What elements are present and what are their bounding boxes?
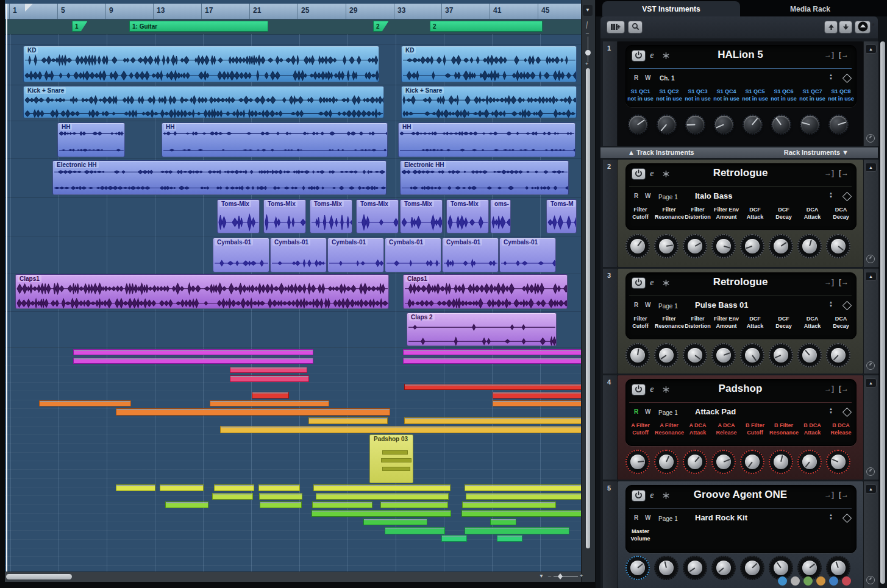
midi-part-bar[interactable] bbox=[465, 527, 569, 534]
arranger-marker-flag[interactable]: 1 bbox=[72, 21, 88, 32]
read-automation-button[interactable]: R bbox=[634, 514, 638, 521]
rack-knob[interactable] bbox=[625, 234, 650, 258]
rack-knob[interactable] bbox=[800, 115, 820, 135]
preset-name[interactable]: Attack Pad bbox=[695, 407, 736, 416]
preset-spinner[interactable]: ▲▼ bbox=[829, 191, 833, 199]
rack-knob[interactable] bbox=[683, 450, 707, 474]
audio-clip-hh[interactable]: HH bbox=[162, 122, 388, 157]
midi-part-bar[interactable] bbox=[230, 375, 309, 382]
rack-knob[interactable] bbox=[711, 556, 736, 580]
find-instruments-button[interactable] bbox=[628, 21, 643, 34]
vertical-zoom-in-icon[interactable]: + bbox=[585, 61, 588, 67]
project-cursor[interactable] bbox=[6, 4, 7, 581]
midi-part-bar[interactable] bbox=[312, 510, 451, 517]
arranger-part[interactable]: 1: Guitar bbox=[129, 21, 268, 32]
audio-clip-cym[interactable]: Cymbals-01 bbox=[327, 238, 384, 272]
midi-part-bar[interactable] bbox=[404, 417, 581, 424]
rack-knob[interactable] bbox=[683, 556, 707, 580]
midi-part-bar[interactable] bbox=[380, 501, 448, 508]
audio-clip-kick[interactable]: Kick + Snare bbox=[401, 86, 577, 118]
preset-spinner[interactable]: ▲▼ bbox=[829, 513, 833, 520]
rack-knob[interactable] bbox=[740, 343, 764, 367]
audio-clip-toms[interactable]: oms- bbox=[490, 199, 511, 233]
ruler-options-button[interactable]: ▼ bbox=[583, 5, 593, 16]
rack-knob[interactable] bbox=[797, 343, 822, 367]
audio-clip-cym[interactable]: Cymbals-01 bbox=[385, 238, 441, 272]
midi-part-bar[interactable] bbox=[316, 493, 449, 500]
preset-name[interactable]: Italo Bass bbox=[695, 191, 732, 200]
write-automation-button[interactable]: W bbox=[645, 514, 650, 521]
horizontal-zoom-in-icon[interactable]: + bbox=[580, 573, 583, 579]
rack-knob[interactable] bbox=[797, 234, 822, 258]
audio-clip-toms[interactable]: Toms-Mix bbox=[400, 199, 443, 233]
read-automation-button[interactable]: R bbox=[634, 193, 638, 199]
audio-clip-hh[interactable]: HH bbox=[398, 122, 575, 157]
rack-knob[interactable] bbox=[771, 115, 791, 135]
rack-knob[interactable] bbox=[628, 115, 648, 135]
add-track-instrument-button[interactable] bbox=[607, 21, 625, 34]
rack-knob[interactable] bbox=[714, 115, 734, 135]
write-automation-button[interactable]: W bbox=[645, 408, 650, 415]
horizontal-scrollbar-thumb[interactable] bbox=[6, 574, 72, 579]
midi-part-bar[interactable] bbox=[404, 384, 581, 390]
write-automation-button[interactable]: W bbox=[645, 193, 650, 199]
midi-part-bar[interactable] bbox=[465, 484, 581, 491]
rack-knob[interactable] bbox=[826, 450, 850, 474]
unit-collapse-button[interactable]: ▲ bbox=[865, 163, 877, 172]
midi-part-bar[interactable] bbox=[230, 367, 307, 373]
audio-clip-cym[interactable]: Cymbals-01 bbox=[270, 238, 327, 272]
rack-knob[interactable] bbox=[769, 450, 793, 474]
midi-part-padshop[interactable]: Padshop 03 bbox=[369, 434, 413, 483]
rack-knob[interactable] bbox=[654, 450, 679, 474]
arranger-track-lane[interactable]: 11: Guitar22 bbox=[5, 19, 581, 35]
audio-clip-toms[interactable]: Toms-Mix bbox=[356, 199, 399, 233]
rack-knob[interactable] bbox=[711, 450, 736, 474]
tab-vst-instruments[interactable]: VST Instruments bbox=[602, 1, 740, 16]
midi-part-bar[interactable] bbox=[312, 501, 372, 508]
rack-knob[interactable] bbox=[826, 343, 850, 367]
rack-knob[interactable] bbox=[769, 343, 793, 367]
rack-knob[interactable] bbox=[654, 556, 679, 580]
midi-part-bar[interactable] bbox=[466, 493, 581, 500]
midi-part-bar[interactable] bbox=[252, 392, 289, 398]
rack-section-divider[interactable]: ▲ Track Instruments Rack Instruments ▼ bbox=[600, 147, 878, 158]
midi-part-bar[interactable] bbox=[493, 400, 581, 406]
audio-clip-kd[interactable]: KD bbox=[401, 46, 577, 82]
audio-clip-ehh[interactable]: Electronic HH bbox=[52, 160, 387, 195]
write-automation-button[interactable]: W bbox=[645, 302, 650, 308]
midi-part-bar[interactable] bbox=[39, 400, 131, 406]
rack-knob[interactable] bbox=[683, 343, 707, 367]
midi-part-bar[interactable] bbox=[116, 408, 390, 416]
audio-clip-kick[interactable]: Kick + Snare bbox=[23, 86, 384, 118]
audio-clip-claps[interactable]: Claps1 bbox=[15, 274, 389, 309]
midi-part-bar[interactable] bbox=[363, 519, 427, 525]
rack-knob[interactable] bbox=[740, 556, 764, 580]
midi-part-bar[interactable] bbox=[461, 510, 581, 517]
audio-clip-kd[interactable]: KD bbox=[23, 46, 379, 82]
read-automation-button[interactable]: R bbox=[634, 302, 638, 308]
midi-part-bar[interactable] bbox=[73, 349, 313, 355]
midi-part-bar[interactable] bbox=[260, 501, 302, 508]
audio-clip-toms[interactable]: Toms-Mix bbox=[263, 199, 306, 233]
audio-clip-claps2[interactable]: Claps 2 bbox=[407, 313, 557, 346]
midi-part-bar[interactable] bbox=[308, 417, 388, 424]
rack-knob[interactable] bbox=[683, 234, 707, 258]
midi-part-bar[interactable] bbox=[214, 484, 254, 491]
rack-knob[interactable] bbox=[625, 556, 650, 580]
unit-collapse-button[interactable]: ▲ bbox=[865, 272, 877, 281]
rack-knob[interactable] bbox=[625, 343, 650, 367]
preset-name[interactable]: Pulse Bass 01 bbox=[695, 300, 748, 310]
timeline-ruler[interactable]: 159131721252933374145 bbox=[5, 4, 581, 19]
rack-knob[interactable] bbox=[685, 115, 705, 135]
midi-part-bar[interactable] bbox=[385, 527, 445, 534]
rack-knob[interactable] bbox=[654, 234, 679, 258]
audio-clip-toms[interactable]: Toms-Mix bbox=[446, 199, 489, 233]
rack-knob[interactable] bbox=[711, 343, 736, 367]
rack-knob[interactable] bbox=[740, 450, 764, 474]
rack-knob[interactable] bbox=[769, 234, 793, 258]
rack-knob[interactable] bbox=[625, 450, 650, 474]
vertical-zoom-slider-thumb[interactable] bbox=[585, 50, 591, 55]
rack-knob[interactable] bbox=[828, 115, 849, 135]
midi-part-bar[interactable] bbox=[403, 349, 581, 355]
collapse-all-button[interactable] bbox=[855, 21, 871, 34]
